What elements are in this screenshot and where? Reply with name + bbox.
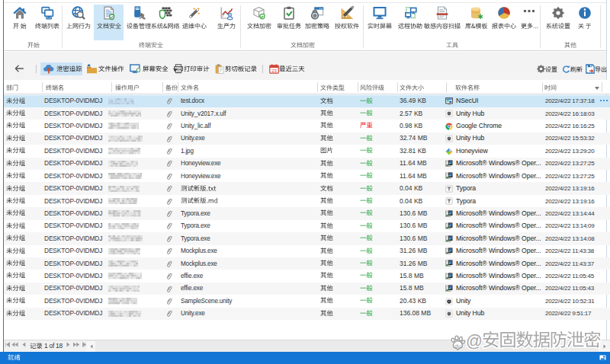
svg-text:23: 23 — [271, 69, 277, 73]
svg-text:du: du — [454, 343, 461, 349]
